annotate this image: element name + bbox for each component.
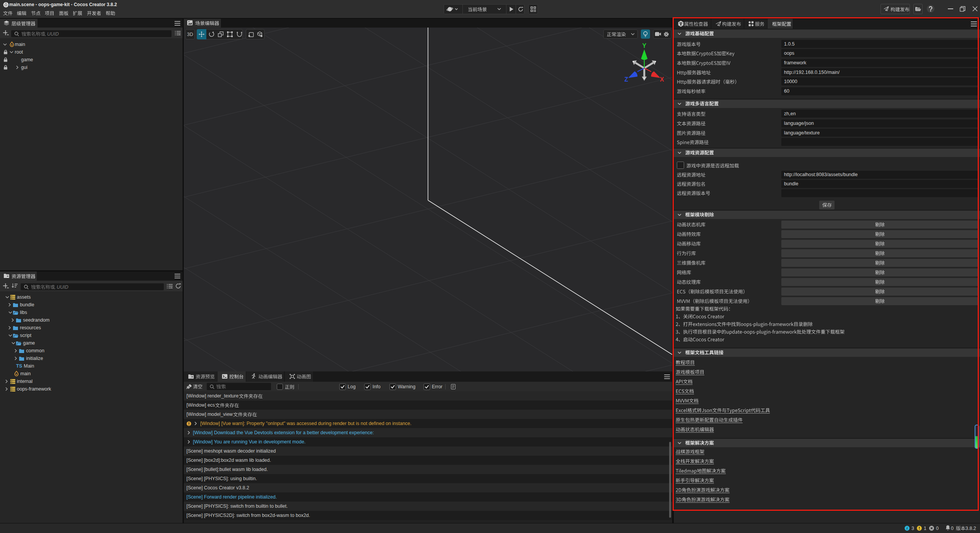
svg-text:X: X xyxy=(660,76,664,83)
svg-text:Z: Z xyxy=(624,76,628,83)
svg-text:i: i xyxy=(906,526,908,530)
svg-text:Y: Y xyxy=(642,43,647,49)
